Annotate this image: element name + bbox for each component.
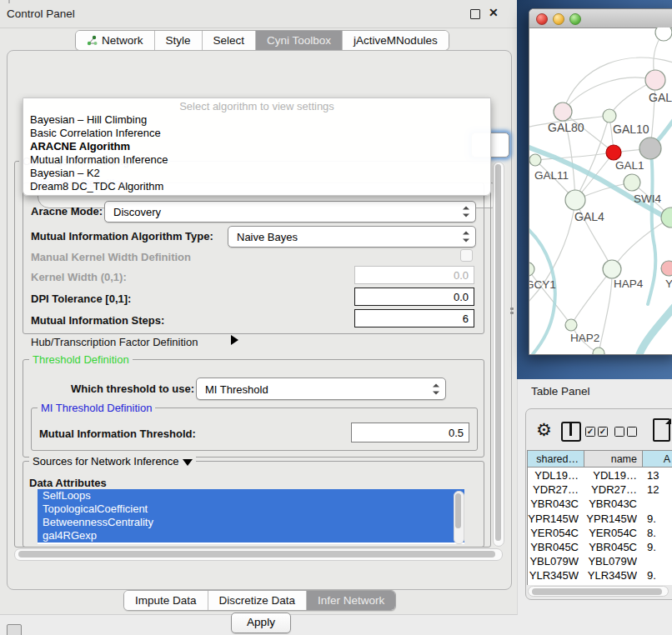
network-node[interactable] — [593, 348, 604, 354]
dpi-tolerance-label: DPI Tolerance [0,1]: — [31, 292, 131, 305]
table-cell: 9. — [643, 540, 672, 554]
network-node-y[interactable] — [661, 261, 672, 276]
columns-icon[interactable] — [561, 422, 581, 442]
network-node-gal[interactable] — [645, 70, 665, 90]
table-cell: 12 — [643, 482, 672, 497]
splitter-grip[interactable] — [510, 308, 514, 315]
attributes-list-scrollbar[interactable] — [454, 491, 464, 544]
checked-checkbox-icon[interactable]: ✓ — [598, 427, 608, 437]
table-cell: YDL19… — [528, 468, 579, 482]
algorithm-option[interactable]: Basic Correlation Inference — [23, 127, 490, 140]
algorithm-option[interactable]: ARACNE Algorithm — [23, 140, 490, 153]
float-window-icon[interactable] — [470, 9, 480, 19]
which-threshold-combo[interactable]: MI Threshold — [196, 378, 446, 400]
control-panel-tabs: NetworkStyleSelectCyni ToolboxjActiveMNo… — [75, 30, 449, 51]
threshold-definition-title: Threshold Definition — [29, 353, 133, 366]
data-attribute-item[interactable]: TopologicalCoefficient — [38, 502, 464, 516]
column-header-A[interactable]: A — [643, 450, 672, 468]
data-attributes-list[interactable]: SelfLoopsTopologicalCoefficientBetweenne… — [38, 489, 464, 544]
table-row[interactable]: YIL052CYIL052C9 — [528, 583, 672, 585]
mi-steps-input[interactable] — [354, 309, 474, 328]
network-node-gal11[interactable] — [529, 154, 541, 166]
network-node-gal1[interactable] — [606, 145, 621, 160]
network-node-gal80[interactable] — [554, 102, 572, 121]
network-edge-highlighted — [648, 148, 655, 304]
zoom-traffic-light[interactable] — [569, 13, 581, 25]
close-traffic-light[interactable] — [536, 13, 548, 25]
aracne-mode-combo[interactable]: Discovery — [104, 201, 476, 222]
data-attribute-item[interactable]: BetweennessCentrality — [38, 516, 464, 529]
settings-vertical-scrollbar[interactable] — [493, 162, 504, 547]
column-header-name[interactable]: name — [584, 450, 643, 468]
table-cell: YBR043C — [584, 497, 637, 511]
minimize-traffic-light[interactable] — [553, 13, 564, 25]
network-edge — [563, 78, 655, 112]
table-row[interactable]: YPR145WYPR145W9. — [528, 512, 672, 526]
table-row[interactable]: YER054CYER054C8. — [528, 526, 672, 540]
tab-select[interactable]: Select — [203, 31, 257, 50]
table-cell — [643, 497, 672, 511]
network-node-hap2[interactable] — [565, 319, 577, 331]
file-icon[interactable] — [653, 418, 670, 442]
expand-arrow-icon[interactable] — [231, 335, 238, 345]
table-cell: 9 — [643, 583, 672, 585]
tab-cyni-toolbox[interactable]: Cyni Toolbox — [256, 31, 343, 50]
checked-checkbox-icon[interactable]: ✓ — [585, 427, 595, 437]
settings-horizontal-scrollbar[interactable] — [14, 548, 503, 561]
algorithm-option[interactable]: Bayesian – Hill Climbing — [23, 113, 490, 127]
close-icon[interactable]: ✕ — [489, 6, 499, 19]
network-node-gal10[interactable] — [603, 109, 616, 122]
algorithm-option[interactable]: Bayesian – K2 — [23, 167, 490, 180]
manual-kernel-checkbox[interactable] — [460, 249, 473, 262]
mi-algorithm-type-combo[interactable]: Naive Bayes — [228, 226, 476, 248]
network-graph-canvas[interactable]: GALGAL80GAL10GAL1GAL11SWI4GAL4GCY1HAP4YH… — [529, 28, 672, 354]
minimized-panel-icon[interactable] — [7, 624, 22, 635]
node-table[interactable]: shared…nameAYDL19…YDL19…13YDR27…YDR27…12… — [527, 450, 672, 585]
column-header-shared[interactable]: shared… — [528, 450, 584, 468]
table-cell: YLR345W — [584, 568, 637, 582]
network-node-gcy1[interactable] — [529, 262, 534, 276]
gear-icon[interactable]: ⚙ — [536, 420, 552, 440]
kernel-width-input[interactable] — [354, 266, 474, 284]
network-node-label: SWI4 — [634, 192, 661, 205]
algorithm-option[interactable]: Dream8 DC_TDC Algorithm — [23, 180, 490, 193]
table-horizontal-scrollbar[interactable] — [528, 586, 669, 597]
table-row[interactable]: YBR045CYBR045C9. — [528, 540, 672, 554]
data-attribute-item[interactable]: gal4RGexp — [38, 529, 464, 542]
hub-section-label[interactable]: Hub/Transcription Factor Definition — [31, 336, 198, 348]
table-cell: YDL19… — [584, 468, 637, 482]
unchecked-checkbox-icon[interactable] — [614, 427, 624, 437]
network-icon — [87, 35, 98, 46]
table-row[interactable]: YLR345WYLR345W9. — [528, 568, 672, 582]
algorithm-dropdown-prompt: Select algorithm to view settings — [23, 100, 490, 112]
mi-threshold-input[interactable] — [351, 422, 469, 442]
network-node[interactable] — [639, 138, 661, 159]
table-row[interactable]: YDR27…YDR27…12 — [528, 482, 672, 497]
unchecked-checkbox-icon[interactable] — [627, 427, 637, 437]
tab-discretize-data[interactable]: Discretize Data — [208, 591, 308, 610]
tab-network[interactable]: Network — [76, 31, 155, 50]
mi-steps-label: Mutual Information Steps: — [31, 314, 164, 327]
network-node[interactable] — [655, 28, 672, 41]
network-node-gal4[interactable] — [565, 190, 585, 210]
tab-impute-data[interactable]: Impute Data — [124, 591, 208, 610]
table-cell — [643, 554, 672, 568]
table-row[interactable]: YBR043CYBR043C — [528, 497, 672, 511]
tab-style[interactable]: Style — [155, 31, 203, 50]
data-attributes-label: Data Attributes — [29, 477, 107, 489]
table-row[interactable]: YBL079WYBL079W — [528, 554, 672, 568]
network-node-swi4[interactable] — [624, 174, 640, 191]
sources-title[interactable]: Sources for Network Inference — [29, 455, 196, 468]
tab-jactivemnodules[interactable]: jActiveMNodules — [343, 31, 449, 50]
dpi-tolerance-input[interactable] — [354, 288, 474, 306]
decorative-mark — [8, 0, 10, 3]
table-row[interactable]: YDL19…YDL19…13 — [528, 468, 672, 482]
apply-button[interactable]: Apply — [231, 612, 291, 633]
network-edge — [612, 218, 671, 269]
network-node-hap4[interactable] — [603, 260, 621, 278]
network-window-titlebar[interactable] — [529, 9, 672, 28]
data-attribute-item[interactable]: SelfLoops — [38, 489, 464, 502]
network-node[interactable] — [661, 208, 672, 228]
tab-infer-network[interactable]: Infer Network — [307, 591, 395, 610]
algorithm-option[interactable]: Mutual Information Inference — [23, 153, 490, 167]
